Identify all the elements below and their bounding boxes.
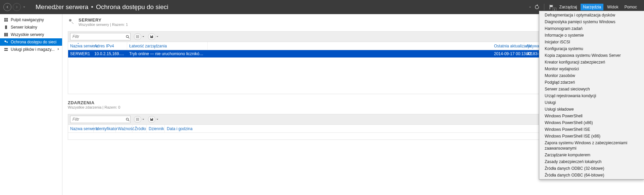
svg-rect-28: [137, 120, 139, 121]
col-ip[interactable]: Adres IPv4: [92, 42, 127, 50]
tools-menu-item[interactable]: Urząd rejestrowania kondycji: [539, 92, 644, 99]
tools-menu-item[interactable]: Usługi: [539, 99, 644, 106]
sidebar-item-dashboard[interactable]: Pulpit nawigacyjny: [0, 16, 62, 24]
menu-tools[interactable]: Narzędzia: [581, 4, 603, 10]
sidebar-item-all-servers[interactable]: Wszystkie serwery: [0, 31, 62, 38]
svg-rect-2: [4, 20, 6, 22]
svg-rect-16: [137, 36, 139, 36]
chevron-right-icon: [57, 47, 60, 52]
col-last-update[interactable]: Ostatnia aktualizacja: [492, 42, 524, 50]
sidebar-item-label: Ochrona dostępu do sieci: [11, 40, 56, 44]
tools-menu-item[interactable]: Źródła danych ODBC (64-bitowe): [539, 172, 644, 179]
tools-menu-item[interactable]: Windows PowerShell (x86): [539, 119, 644, 126]
svg-point-25: [136, 119, 137, 120]
svg-rect-24: [137, 118, 139, 119]
filter-options-button[interactable]: [134, 33, 145, 40]
svg-rect-1: [6, 18, 8, 20]
tools-menu-item[interactable]: Windows PowerShell ISE (x86): [539, 133, 644, 140]
tools-menu-item[interactable]: Defragmentacja i optymalizacja dysków: [539, 12, 644, 18]
search-icon[interactable]: [125, 117, 130, 122]
menu-manage[interactable]: Zarządzaj: [557, 4, 580, 10]
breadcrumb-separator: •: [91, 3, 93, 11]
tools-menu-item[interactable]: Zapora systemu Windows z zabezpieczeniam…: [539, 140, 644, 152]
tools-menu-item[interactable]: Usługi składowe: [539, 106, 644, 113]
notifications-flag-icon[interactable]: 1: [548, 3, 555, 11]
app-title: Menedżer serwera: [36, 3, 88, 11]
svg-rect-3: [6, 20, 8, 22]
tools-menu-item[interactable]: Podgląd zdarzeń: [539, 79, 644, 86]
nav-back-button[interactable]: [3, 3, 11, 11]
col-event-id[interactable]: Identyfikator: [94, 125, 116, 132]
key-icon: [3, 39, 9, 45]
storage-icon: [3, 47, 9, 52]
sidebar-item-label: Serwer lokalny: [11, 25, 37, 30]
col-event-datetime[interactable]: Data i godzina: [165, 125, 192, 132]
cell-last-update: 2014-09-17 00:13:42: [492, 51, 524, 56]
sidebar-item-file-services[interactable]: Usługi plików i magazy...: [0, 46, 62, 53]
svg-rect-20: [137, 38, 139, 38]
svg-rect-18: [137, 37, 139, 37]
tools-menu-item[interactable]: Monitor zasobów: [539, 72, 644, 79]
tools-menu-item[interactable]: Informacje o systemie: [539, 32, 644, 39]
tools-menu-item[interactable]: Serwer zasad sieciowych: [539, 86, 644, 92]
tools-menu-item[interactable]: Harmonogram zadań: [539, 25, 644, 32]
col-manageability[interactable]: Łatwość zarządzania: [127, 42, 208, 50]
tools-menu-item[interactable]: Źródła danych ODBC (32-bitowe): [539, 165, 644, 172]
svg-rect-9: [7, 42, 8, 43]
col-event-source[interactable]: Źródło: [133, 125, 147, 132]
col-event-log[interactable]: Dziennik: [147, 125, 165, 132]
tools-menu-item[interactable]: Kopia zapasowa systemu Windows Server: [539, 52, 644, 59]
svg-point-15: [136, 35, 137, 36]
toolbar-dropdown[interactable]: [529, 5, 531, 9]
servers-filter-box[interactable]: [70, 33, 131, 40]
dashboard-icon: [3, 17, 9, 23]
filter-options-button[interactable]: [134, 116, 145, 123]
tools-menu-item[interactable]: Zarządzanie komputerem: [539, 152, 644, 158]
svg-rect-5: [4, 33, 6, 37]
cell-ip: 10.0.2.15,169.254.31.3: [92, 51, 127, 56]
tools-menu-item[interactable]: Zasady zabezpieczeń lokalnych: [539, 158, 644, 165]
tools-menu-item[interactable]: Konfiguracja systemu: [539, 45, 644, 52]
save-query-button[interactable]: [148, 116, 159, 123]
svg-rect-6: [6, 33, 8, 37]
tools-menu-item[interactable]: Diagnostyka pamięci systemu Windows: [539, 18, 644, 25]
chevron-down-icon: [142, 117, 145, 122]
tools-menu-item[interactable]: Inicjator iSCSI: [539, 39, 644, 45]
save-icon: [148, 33, 155, 40]
events-filter-box[interactable]: [70, 116, 131, 123]
sidebar: Pulpit nawigacyjny Serwer lokalny Wszyst…: [0, 14, 62, 195]
tools-menu-item[interactable]: Windows PowerShell ISE: [539, 126, 644, 133]
nav-forward-button[interactable]: [13, 3, 21, 11]
col-event-server[interactable]: Nazwa serwera: [68, 125, 94, 132]
chevron-down-icon: [156, 34, 159, 39]
svg-rect-0: [4, 18, 6, 20]
svg-point-13: [126, 35, 129, 38]
sidebar-item-label: Wszystkie serwery: [11, 32, 44, 37]
server-icon: [3, 25, 9, 30]
svg-point-27: [136, 120, 137, 121]
tools-menu-item[interactable]: Monitor wydajności: [539, 66, 644, 72]
svg-rect-26: [137, 119, 139, 120]
col-server-name[interactable]: Nazwa serwera: [68, 42, 92, 50]
tools-menu-item[interactable]: Kreator konfiguracji zabezpieczeń: [539, 59, 644, 66]
save-query-button[interactable]: [148, 33, 159, 40]
svg-rect-10: [4, 48, 8, 49]
events-title: ZDARZENIA: [68, 100, 120, 105]
menu-help[interactable]: Pomoc: [622, 4, 639, 10]
list-icon: [134, 116, 141, 123]
svg-point-17: [136, 36, 137, 37]
tools-menu-item[interactable]: Windows PowerShell: [539, 113, 644, 119]
search-icon[interactable]: [125, 35, 130, 39]
tools-dropdown-menu[interactable]: Defragmentacja i optymalizacja dyskówDia…: [539, 11, 644, 180]
sidebar-item-local-server[interactable]: Serwer lokalny: [0, 24, 62, 31]
svg-line-14: [128, 37, 129, 38]
refresh-icon[interactable]: [533, 3, 541, 11]
svg-rect-4: [5, 26, 7, 29]
menu-view[interactable]: Widok: [605, 4, 621, 10]
events-filter-input[interactable]: [70, 117, 125, 122]
nav-history-dropdown[interactable]: [23, 5, 26, 9]
servers-filter-input[interactable]: [70, 34, 125, 39]
sidebar-item-nap[interactable]: Ochrona dostępu do sieci: [0, 38, 62, 46]
servers-subtitle: Wszystkie serwery | Razem: 1: [79, 23, 128, 27]
col-event-severity[interactable]: Ważność: [116, 125, 133, 132]
